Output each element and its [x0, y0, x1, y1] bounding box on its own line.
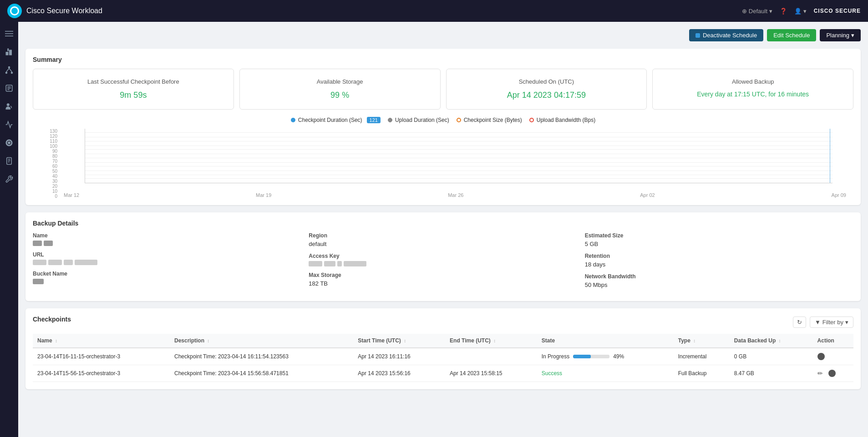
backup-details-grid: Name URL [33, 232, 853, 294]
sidebar-item-menu[interactable] [1, 25, 17, 42]
field-estimated-size: Estimated Size 5 GB [585, 232, 853, 247]
network-bandwidth-value: 50 Mbps [585, 281, 853, 288]
backup-col-2: Region default Access Key Max Stor [309, 232, 577, 294]
planning-button[interactable]: Planning ▾ [820, 29, 861, 41]
chart-xaxis: Mar 12 Mar 19 Mar 26 Apr 02 Apr 09 [62, 192, 846, 198]
x-label-0: Mar 12 [64, 192, 79, 198]
x-label-4: Apr 09 [832, 192, 846, 198]
sidebar-item-users[interactable] [1, 98, 17, 115]
sidebar-item-reports[interactable] [1, 80, 17, 96]
legend-item-0[interactable]: Checkpoint Duration (Sec) 121 [291, 117, 381, 123]
action-dot-button-1[interactable] [817, 353, 825, 360]
card-value-3: Every day at 17:15 UTC, for 16 minutes [662, 90, 844, 98]
filter-by-button[interactable]: ▼ Filter by ▾ [810, 316, 853, 328]
col-action: Action [813, 334, 853, 348]
summary-card-3: Allowed Backup Every day at 17:15 UTC, f… [652, 69, 853, 110]
deactivate-schedule-button[interactable]: Deactivate Schedule [689, 29, 763, 41]
checkpoints-section: Checkpoints ↻ ▼ Filter by ▾ Name ↕ [25, 308, 861, 389]
planning-chevron-icon: ▾ [851, 32, 854, 39]
svg-rect-3 [6, 52, 9, 55]
summary-card-0: Last Successful Checkpoint Before 9m 59s [33, 69, 234, 110]
row2-end-time: Apr 14 2023 15:58:15 [445, 365, 537, 382]
backup-col-3: Estimated Size 5 GB Retention 18 days Ne… [585, 232, 853, 294]
card-value-1: 99 % [249, 90, 431, 100]
sidebar [0, 22, 18, 437]
legend-item-1[interactable]: Upload Duration (Sec) [388, 117, 449, 123]
field-access-key: Access Key [309, 253, 577, 266]
default-selector[interactable]: ⊕ Default ▾ [742, 8, 772, 15]
sidebar-item-tools[interactable] [1, 171, 17, 187]
logo-circle [10, 6, 19, 15]
legend-item-3[interactable]: Upload Bandwidth (Bps) [529, 117, 595, 123]
row1-end-time [445, 348, 537, 365]
field-bucket: Bucket Name [33, 271, 301, 284]
edit-schedule-button[interactable]: Edit Schedule [767, 29, 816, 41]
summary-card-2: Scheduled On (UTC) Apr 14 2023 04:17:59 [446, 69, 647, 110]
col-state: State [537, 334, 674, 348]
info-dot-button-2[interactable] [828, 370, 836, 377]
sort-icon-name: ↕ [55, 338, 57, 343]
field-max-storage: Max Storage 182 TB [309, 272, 577, 287]
col-data-backed-up: Data Backed Up ↕ [730, 334, 813, 348]
chart-container [85, 129, 832, 183]
backup-details-title: Backup Details [33, 220, 853, 227]
sidebar-item-policies[interactable] [1, 153, 17, 169]
retention-label: Retention [585, 253, 853, 259]
bucket-value [33, 279, 301, 284]
user-button[interactable]: 👤 ▾ [794, 8, 807, 15]
legend-label-3: Upload Bandwidth (Bps) [537, 117, 595, 123]
sidebar-item-topology[interactable] [1, 62, 17, 78]
legend-label-0: Checkpoint Duration (Sec) [298, 117, 362, 123]
summary-section: Summary Last Successful Checkpoint Befor… [25, 49, 861, 205]
col-description: Description ↕ [170, 334, 353, 348]
network-bandwidth-label: Network Bandwidth [585, 273, 853, 280]
progress-pct: 49% [613, 353, 624, 360]
row1-type: Incremental [674, 348, 730, 365]
col-start-time: Start Time (UTC) ↕ [353, 334, 445, 348]
retention-value: 18 days [585, 261, 853, 268]
row1-data: 0 GB [730, 348, 813, 365]
help-button[interactable]: ❓ [780, 8, 787, 15]
action-icons-2: ✏ [817, 370, 849, 377]
progress-container: In Progress 49% [542, 353, 669, 360]
summary-cards: Last Successful Checkpoint Before 9m 59s… [33, 69, 853, 110]
access-key-label: Access Key [309, 253, 577, 259]
progress-bar [573, 355, 609, 358]
card-label-2: Scheduled On (UTC) [456, 78, 638, 85]
sidebar-item-dashboard[interactable] [1, 44, 17, 60]
bucket-label: Bucket Name [33, 271, 301, 277]
cisco-brand: CISCO SECURE [814, 8, 861, 14]
max-storage-value: 182 TB [309, 280, 577, 287]
chart-grid [85, 129, 832, 183]
sort-icon-start: ↕ [404, 338, 406, 343]
sidebar-item-analytics[interactable] [1, 116, 17, 133]
field-region: Region default [309, 232, 577, 247]
legend-dot-2 [457, 118, 461, 122]
svg-point-15 [7, 103, 10, 106]
estimated-size-value: 5 GB [585, 241, 853, 247]
backup-details-section: Backup Details Name URL [25, 212, 861, 301]
sidebar-item-settings[interactable] [1, 135, 17, 151]
legend-badge-0: 121 [367, 117, 381, 123]
progress-fill [573, 355, 591, 358]
row2-name: 23-04-14T15-56-15-orchestrator-3 [33, 365, 170, 382]
svg-point-7 [5, 72, 8, 74]
page-toolbar: Deactivate Schedule Edit Schedule Planni… [25, 29, 861, 41]
field-url: URL [33, 251, 301, 265]
checkpoints-actions: ↻ ▼ Filter by ▾ [793, 316, 853, 328]
field-retention: Retention 18 days [585, 253, 853, 268]
max-storage-label: Max Storage [309, 272, 577, 278]
svg-rect-4 [9, 50, 12, 55]
name-label: Name [33, 232, 301, 239]
edit-icon[interactable]: ✏ [817, 370, 823, 377]
col-type: Type ↕ [674, 334, 730, 348]
refresh-button[interactable]: ↻ [793, 316, 806, 328]
header-controls: ⊕ Default ▾ ❓ 👤 ▾ CISCO SECURE [742, 8, 861, 15]
row2-state: Success [537, 365, 674, 382]
region-label: Region [309, 232, 577, 239]
row1-action [813, 348, 853, 365]
chart-cursor [830, 129, 830, 183]
legend-item-2[interactable]: Checkpoint Size (Bytes) [457, 117, 522, 123]
sort-icon-end: ↕ [493, 338, 496, 343]
name-value [33, 241, 301, 246]
